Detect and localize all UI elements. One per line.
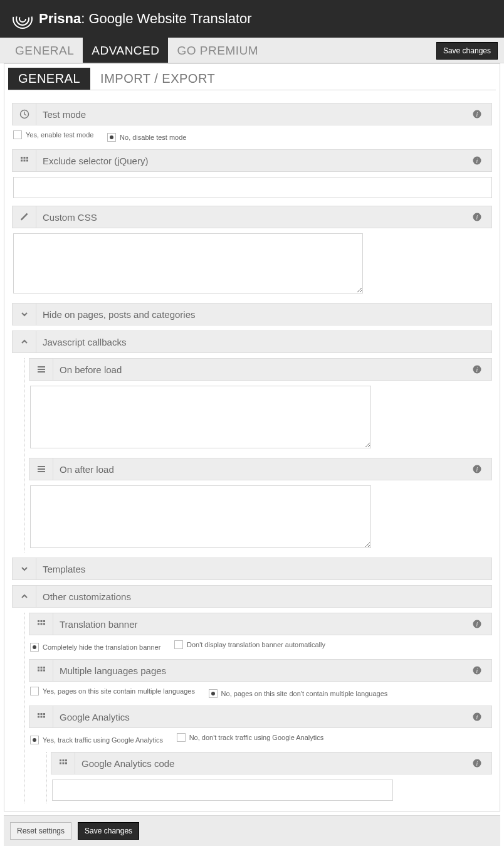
field-label: Custom CSS: [36, 208, 473, 227]
svg-rect-28: [38, 667, 39, 669]
save-button-bottom[interactable]: Save changes: [78, 822, 139, 840]
banner-noauto[interactable]: Don't display translation banner automat…: [174, 640, 325, 649]
field-js-callbacks-header[interactable]: Javascript callbacks: [12, 330, 492, 353]
info-icon[interactable]: i: [473, 712, 491, 721]
field-label: Hide on pages, posts and categories: [36, 305, 491, 324]
svg-text:i: i: [476, 760, 478, 767]
field-label: Other customizations: [36, 587, 491, 606]
info-icon[interactable]: i: [473, 365, 491, 374]
primary-tabs: General Advanced Go Premium Save changes: [0, 38, 504, 63]
field-test-mode-header: Test mode i: [12, 103, 492, 125]
tab-general[interactable]: General: [6, 38, 83, 63]
chevron-down-icon: [13, 558, 36, 579]
field-before-load-header: On before load i: [29, 358, 492, 381]
field-label: Test mode: [36, 105, 473, 124]
exclude-selector-input[interactable]: [13, 177, 492, 198]
svg-text:i: i: [476, 157, 478, 164]
brush-icon: [13, 206, 36, 228]
multi-yes[interactable]: Yes, pages on this site contain multiple…: [30, 687, 195, 695]
svg-rect-44: [60, 759, 61, 761]
field-ga-code-header: Google Analytics code i: [51, 752, 492, 774]
svg-rect-25: [43, 623, 45, 625]
svg-rect-38: [43, 713, 45, 715]
info-icon[interactable]: i: [473, 759, 491, 768]
field-label: Exclude selector (jQuery): [36, 151, 473, 171]
svg-text:i: i: [476, 466, 478, 473]
ga-no[interactable]: No, don't track traffic using Google Ana…: [177, 733, 324, 742]
svg-rect-46: [65, 759, 67, 761]
svg-rect-39: [38, 716, 39, 718]
svg-point-2: [19, 16, 26, 22]
svg-rect-29: [40, 667, 42, 669]
clock-icon: [13, 103, 36, 125]
grid-icon: [29, 613, 53, 635]
save-button-top[interactable]: Save changes: [436, 42, 498, 60]
svg-rect-9: [21, 160, 23, 162]
ga-yes[interactable]: Yes, track traffic using Google Analytic…: [30, 736, 163, 744]
svg-text:i: i: [476, 214, 478, 221]
banner-options: Completely hide the translation banner D…: [29, 635, 492, 654]
info-icon[interactable]: i: [473, 213, 491, 221]
grid-icon: [51, 753, 75, 774]
svg-point-1: [16, 13, 29, 25]
test-mode-options: Yes, enable test mode No, disable test m…: [12, 125, 492, 144]
chevron-up-icon: [13, 331, 36, 352]
field-label: Translation banner: [53, 615, 473, 634]
on-after-load-textarea[interactable]: [30, 485, 371, 548]
info-icon[interactable]: i: [473, 156, 491, 165]
settings-panel: General Import / Export Test mode i Yes,…: [4, 63, 500, 811]
test-mode-no[interactable]: No, disable test mode: [107, 133, 186, 142]
info-icon[interactable]: i: [473, 110, 491, 119]
info-icon[interactable]: i: [473, 620, 491, 628]
grid-icon: [29, 706, 53, 727]
field-exclude-header: Exclude selector (jQuery) i: [12, 149, 492, 172]
ga-code-input[interactable]: [52, 780, 393, 801]
field-hide-pages-header[interactable]: Hide on pages, posts and categories: [12, 303, 492, 325]
svg-rect-45: [62, 759, 64, 761]
svg-text:i: i: [476, 621, 478, 628]
field-after-load-header: On after load i: [29, 458, 492, 480]
field-templates-header[interactable]: Templates: [12, 558, 492, 580]
multi-no[interactable]: No, pages on this site don't contain mul…: [209, 689, 388, 698]
secondary-tabs: General Import / Export: [8, 68, 496, 90]
subtab-general[interactable]: General: [8, 68, 90, 90]
field-label: On after load: [53, 460, 473, 479]
svg-text:i: i: [476, 366, 478, 373]
lines-icon: [29, 359, 53, 380]
custom-css-textarea[interactable]: [13, 233, 363, 293]
svg-rect-24: [40, 623, 42, 625]
svg-rect-10: [23, 160, 25, 162]
svg-rect-40: [40, 716, 42, 718]
tab-advanced[interactable]: Advanced: [83, 38, 168, 63]
svg-rect-49: [65, 763, 67, 764]
field-label: Google Analytics code: [75, 754, 473, 773]
svg-text:i: i: [476, 714, 478, 721]
subtab-import-export[interactable]: Import / Export: [90, 68, 225, 90]
field-ga-header: Google Analytics i: [29, 706, 492, 728]
reset-button[interactable]: Reset settings: [10, 822, 71, 840]
svg-rect-8: [26, 157, 28, 159]
svg-rect-41: [43, 716, 45, 718]
svg-rect-32: [40, 670, 42, 672]
field-custom-css-header: Custom CSS i: [12, 206, 492, 228]
svg-text:i: i: [476, 667, 478, 674]
field-other-header[interactable]: Other customizations: [12, 585, 492, 608]
field-label: Javascript callbacks: [36, 332, 491, 352]
field-banner-header: Translation banner i: [29, 613, 492, 635]
svg-rect-21: [40, 620, 42, 622]
svg-rect-7: [23, 157, 25, 159]
tab-go-premium[interactable]: Go Premium: [168, 38, 267, 63]
info-icon[interactable]: i: [473, 465, 491, 473]
multi-options: Yes, pages on this site contain multiple…: [29, 682, 492, 700]
svg-rect-47: [60, 763, 61, 764]
banner-hide[interactable]: Completely hide the translation banner: [30, 643, 160, 652]
test-mode-yes[interactable]: Yes, enable test mode: [13, 130, 93, 139]
svg-rect-11: [26, 160, 28, 162]
svg-rect-6: [21, 157, 23, 159]
info-icon[interactable]: i: [473, 666, 491, 675]
chevron-down-icon: [13, 304, 36, 325]
prisna-logo-icon: [11, 8, 34, 30]
field-label: Google Analytics: [53, 707, 473, 727]
svg-rect-23: [38, 623, 39, 625]
on-before-load-textarea[interactable]: [30, 386, 371, 448]
